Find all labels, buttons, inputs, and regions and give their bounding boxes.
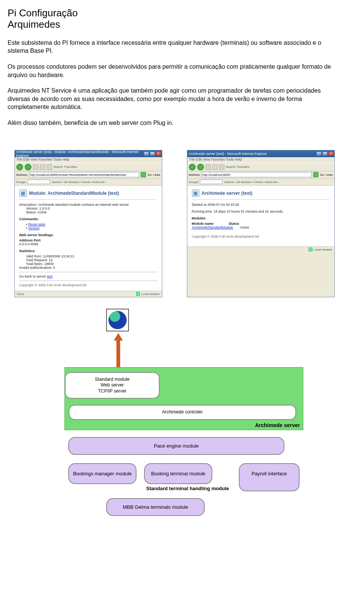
go-button[interactable] (313, 172, 318, 177)
minimize-icon[interactable]: _ (316, 151, 322, 156)
addr-port-value: 0.0.0.0 8085 (19, 242, 157, 246)
search-button[interactable]: Search (53, 165, 63, 169)
description-value: Archimede standard module contains an in… (38, 203, 129, 207)
screenshot-left: Archimede server (test) - Module: Archim… (14, 150, 162, 297)
screenshot-row: Archimede server (test) - Module: Archim… (8, 150, 341, 297)
google-toolbar: Google Search • 36 blocked • Check • Aut… (15, 179, 162, 186)
window-titlebar: Archimede server (test) - Module: Archim… (15, 150, 162, 157)
status-value: Active (38, 210, 47, 214)
standard-terminal-handling-label: Standard terminal handling module (68, 486, 229, 491)
stop-icon[interactable] (33, 164, 38, 170)
booking-terminal-module-box: Booking terminal module (144, 463, 212, 484)
reset-stats-link[interactable]: Reset stats (28, 222, 45, 226)
page-title: Archimede server (test) (202, 191, 253, 196)
invalid-auth: Invalid authentication: 0 (19, 266, 157, 270)
maximize-icon[interactable]: □ (322, 151, 328, 156)
minimize-icon[interactable]: _ (144, 151, 149, 156)
started-at: Started at 2006-07-24 02:43:26 (192, 203, 330, 207)
browser-statusbar: Done Local intranet (15, 291, 162, 297)
google-items[interactable]: Search • 36 blocked • Check • AutoLink • (224, 180, 279, 184)
page-heading: Pi Configuração Arquimedes (8, 8, 341, 30)
payroll-label: Payroll interface (251, 471, 287, 476)
archimede-controller-box: Archimede controler (69, 405, 296, 420)
address-bar: Address http://localhost:8085/module?Mod… (15, 171, 162, 179)
address-bar: Address http://localhost:8085/ Go Links (187, 171, 334, 179)
modules-header: Modules (192, 216, 330, 220)
forward-icon[interactable] (197, 164, 204, 170)
status-label: Status: (26, 210, 37, 214)
links-label[interactable]: Links (153, 173, 160, 177)
back-icon[interactable] (189, 164, 196, 170)
address-label: Address (189, 173, 200, 177)
google-search-input[interactable] (27, 180, 50, 184)
menu-bar[interactable]: File Edit View Favorites Tools Help (187, 157, 334, 163)
copyright-text: Copyright © 2006 Full circle development… (192, 235, 330, 238)
bookings-manager-label: Bookings manager module (73, 471, 132, 476)
bindings-header: Web server bindings: (19, 233, 157, 237)
statistics-header: Statistics: (19, 249, 157, 253)
forward-icon[interactable] (25, 164, 31, 170)
close-icon[interactable]: × (328, 151, 334, 156)
menu-bar[interactable]: File Edit View Favorites Tools Help (15, 157, 162, 163)
links-label[interactable]: Links (326, 173, 333, 177)
zone-icon (136, 292, 140, 296)
total-request: Total Request: 13 (26, 258, 157, 262)
std-module-line3: TCP/IP server (72, 388, 153, 394)
arrow-icon (116, 333, 121, 367)
status-done: Done (17, 292, 24, 296)
go-label: Go (147, 173, 152, 177)
module-name-link[interactable]: ArchimedeStandardModule (192, 226, 233, 229)
total-bytes: Total bytes: 18800 (26, 262, 157, 266)
mbb-label: MBB Gelma terminals module (123, 504, 188, 510)
version-value: 1.0.0.0 (39, 207, 50, 210)
google-items[interactable]: Search • 36 blocked • Check • AutoLink • (52, 180, 106, 184)
refresh-icon[interactable] (40, 164, 45, 170)
search-button[interactable]: Search (226, 165, 235, 169)
modules-row: Bookings manager module Booking terminal… (68, 463, 311, 491)
window-title: Archimede server (test) - Module: Archim… (16, 150, 144, 158)
favorites-button[interactable]: Favorites (237, 165, 249, 169)
go-back-text: Go back to server (19, 274, 47, 278)
page-title: Module: ArchimedeStandardModule (test) (29, 191, 119, 196)
google-search-input[interactable] (200, 180, 223, 184)
intro-para-3: Arquimedes NT Service é uma aplicação qu… (8, 87, 341, 111)
version-link[interactable]: Version (28, 226, 39, 230)
architecture-diagram: Standard module Web server TCP/IP server… (64, 309, 330, 516)
module-name-header: Module name (192, 222, 214, 226)
heading-line2: Arquimedes (8, 19, 60, 30)
addr-port-header: Address Port (19, 238, 157, 242)
google-label: Google (16, 180, 26, 184)
mbb-gelma-module-box: MBB Gelma terminals module (106, 498, 205, 516)
archimede-server-label: Archimede server (255, 422, 300, 428)
go-back-link[interactable]: test (47, 274, 53, 278)
running-time: Running time: 18 days 10 hours 51 minute… (192, 210, 330, 213)
controller-label: Archimede controler (162, 409, 202, 415)
address-input[interactable]: http://localhost:8085/module?ModuleName=… (29, 172, 139, 177)
heading-line1: Pi Configuração (8, 7, 78, 19)
maximize-icon[interactable]: □ (150, 151, 155, 156)
home-icon[interactable] (219, 164, 224, 170)
go-button[interactable] (141, 172, 146, 177)
refresh-icon[interactable] (212, 164, 218, 170)
window-titlebar: Archimede server (test) - Microsoft Inte… (187, 150, 334, 157)
close-icon[interactable]: × (156, 151, 161, 156)
page-body: ▦ Archimede server (test) Started at 200… (187, 186, 334, 246)
google-toolbar: Google Search • 36 blocked • Check • Aut… (187, 179, 334, 186)
pace-engine-module-box: Pace engine module (68, 437, 284, 455)
favorites-button[interactable]: Favorites (64, 165, 77, 169)
payroll-interface-box: Payroll interface (239, 463, 300, 491)
archimede-server-box: Standard module Web server TCP/IP server… (64, 367, 303, 430)
back-icon[interactable] (16, 164, 23, 170)
description-label: Description: (19, 203, 38, 207)
go-label: Go (320, 173, 324, 177)
bookings-manager-module-box: Bookings manager module (68, 463, 136, 484)
status-zone: Local intranet (141, 292, 159, 296)
zone-icon (309, 248, 312, 251)
home-icon[interactable] (47, 164, 52, 170)
std-module-line2: Web server (72, 382, 153, 388)
server-icon: ▦ (192, 189, 199, 197)
address-input[interactable]: http://localhost:8085/ (201, 172, 312, 177)
browser-toolbar: Search Favorites (15, 163, 162, 171)
google-label: Google (189, 180, 199, 184)
stop-icon[interactable] (206, 164, 211, 170)
